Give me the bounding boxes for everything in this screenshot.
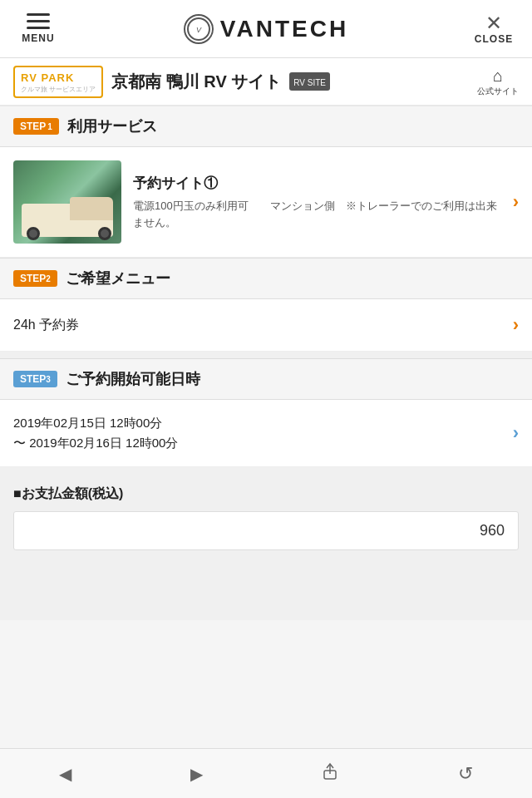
nav-forward-button[interactable]: ▶	[170, 756, 223, 792]
payment-section: ■お支払金額(税込) 960	[0, 474, 532, 562]
logo-text: VANTECH	[220, 16, 348, 42]
step3-title: ご予約開始可能日時	[66, 369, 200, 389]
app-header: MENU V VANTECH ✕ CLOSE	[0, 0, 532, 58]
logo-circle-icon: V	[184, 14, 214, 44]
payment-title: ■お支払金額(税込)	[13, 485, 519, 503]
step3-section: STEP3 ご予約開始可能日時 2019年02月15日 12時00分 〜 201…	[0, 358, 532, 467]
bottom-nav: ◀ ▶ ↺	[0, 748, 532, 798]
sub-header: RV PARK クルマ旅 サービスエリア 京都南 鴨川 RV サイト RV SI…	[0, 58, 532, 106]
step1-badge-num: 1	[47, 122, 52, 131]
step1-header: STEP1 利用サービス	[0, 106, 532, 147]
step1-badge: STEP1	[13, 118, 59, 135]
service-chevron-icon: ›	[513, 191, 519, 213]
date-line1: 2019年02月15日 12時00分	[13, 416, 162, 430]
rv-site-badge: RV SITE	[289, 72, 330, 91]
service-name: 予約サイト①	[133, 174, 501, 193]
site-info: RV PARK クルマ旅 サービスエリア 京都南 鴨川 RV サイト RV SI…	[13, 66, 330, 98]
home-icon: ⌂	[493, 66, 503, 86]
date-line2: 〜 2019年02月16日 12時00分	[13, 436, 178, 450]
date-text: 2019年02月15日 12時00分 〜 2019年02月16日 12時00分	[13, 413, 178, 453]
step2-title: ご希望メニュー	[66, 268, 170, 288]
menu-button[interactable]: MENU	[13, 13, 63, 44]
payment-amount: 960	[480, 522, 505, 539]
step2-badge: STEP2	[13, 270, 57, 287]
step2-badge-text: STEP2	[20, 273, 51, 284]
step1-title: 利用サービス	[67, 116, 157, 136]
rv-park-badge: RV PARK クルマ旅 サービスエリア	[13, 66, 103, 98]
close-button[interactable]: ✕ CLOSE	[469, 13, 519, 45]
service-image	[13, 160, 121, 244]
step3-badge: STEP3	[13, 371, 57, 387]
official-site-button[interactable]: ⌂ 公式サイト	[477, 66, 519, 97]
truck-cabin-icon	[70, 197, 113, 220]
step3-header: STEP3 ご予約開始可能日時	[0, 358, 532, 400]
service-card[interactable]: 予約サイト① 電源100円玉のみ利用可 マンション側 ※トレーラーでのご利用は出…	[0, 147, 532, 258]
forward-icon: ▶	[190, 764, 203, 784]
date-chevron-icon: ›	[513, 422, 519, 444]
close-icon: ✕	[485, 13, 502, 33]
site-title: 京都南 鴨川 RV サイト	[111, 71, 281, 93]
rv-park-sub: クルマ旅 サービスエリア	[21, 85, 96, 94]
back-icon: ◀	[59, 764, 71, 784]
step2-header: STEP2 ご希望メニュー	[0, 258, 532, 299]
menu-label: MENU	[22, 32, 54, 44]
truck-wheel-left-icon	[27, 227, 40, 240]
payment-amount-box: 960	[13, 511, 519, 550]
main-content: STEP1 利用サービス 予約サイト① 電源100円玉のみ利用可 マンション側 …	[0, 106, 532, 620]
hamburger-icon	[27, 13, 50, 29]
reload-icon: ↺	[458, 763, 473, 785]
service-desc: 電源100円玉のみ利用可 マンション側 ※トレーラーでのご利用は出来ません。	[133, 198, 501, 230]
service-info: 予約サイト① 電源100円玉のみ利用可 マンション側 ※トレーラーでのご利用は出…	[133, 174, 501, 230]
nav-back-button[interactable]: ◀	[39, 756, 91, 792]
menu-item-chevron-icon: ›	[513, 314, 519, 336]
menu-item-label: 24h 予約券	[13, 317, 79, 334]
step1-badge-prefix: STEP	[20, 121, 46, 132]
step3-badge-text: STEP3	[20, 373, 51, 385]
nav-reload-button[interactable]: ↺	[438, 755, 493, 793]
share-icon	[321, 762, 339, 786]
svg-text:V: V	[196, 26, 202, 34]
close-label: CLOSE	[475, 33, 513, 45]
app-logo: V VANTECH	[184, 14, 348, 44]
truck-wheel-right-icon	[98, 227, 111, 240]
date-item[interactable]: 2019年02月15日 12時00分 〜 2019年02月16日 12時00分 …	[0, 400, 532, 467]
rv-park-label: RV PARK	[21, 71, 74, 84]
official-site-label: 公式サイト	[477, 86, 519, 97]
menu-item-24h[interactable]: 24h 予約券 ›	[0, 299, 532, 352]
rv-site-label: RV SITE	[293, 78, 326, 87]
nav-share-button[interactable]	[301, 754, 359, 794]
